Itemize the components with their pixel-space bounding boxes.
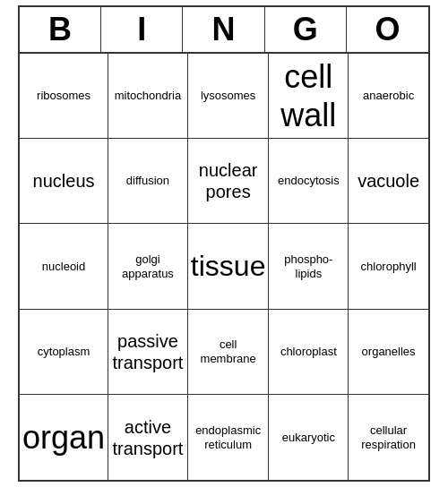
cell-text: cellmembrane [201,337,256,365]
cell-text: endoplasmicreticulum [195,423,261,451]
cell-text: lysosomes [201,89,255,103]
cell-text: nucleus [33,170,95,192]
bingo-cell: nucleus [20,139,108,224]
bingo-cell: activetransport [108,395,188,480]
cell-text: activetransport [112,416,183,459]
bingo-cell: organelles [349,310,428,395]
bingo-cell: cellularrespiration [349,395,428,480]
header-letter: I [101,7,183,52]
bingo-cell: phospho-lipids [269,224,349,309]
header-letter: G [265,7,347,52]
cell-text: cytoplasm [38,345,90,359]
cell-text: nuclearpores [199,159,258,202]
bingo-cell: cellmembrane [188,310,270,395]
cell-text: chlorophyll [361,260,417,274]
header-letter: N [183,7,264,52]
cell-text: ribosomes [37,89,90,103]
cell-text: eukaryotic [282,431,335,445]
bingo-cell: lysosomes [188,54,270,139]
bingo-header: BINGO [20,7,428,54]
bingo-cell: tissue [188,224,270,309]
bingo-cell: chlorophyll [349,224,428,309]
bingo-cell: vacuole [349,139,428,224]
bingo-cell: endoplasmicreticulum [188,395,270,480]
cell-text: golgiapparatus [122,252,174,280]
cell-text: passivetransport [112,330,183,373]
bingo-cell: cellwall [269,54,349,139]
cell-text: tissue [191,249,266,283]
cell-text: vacuole [358,170,419,192]
cell-text: endocytosis [278,174,340,188]
cell-text: anaerobic [363,89,414,103]
bingo-cell: mitochondria [108,54,188,139]
bingo-cell: cytoplasm [20,310,108,395]
cell-text: nucleoid [42,260,85,274]
cell-text: chloroplast [280,345,337,359]
bingo-cell: endocytosis [269,139,349,224]
bingo-cell: golgiapparatus [108,224,188,309]
cell-text: organelles [362,345,416,359]
header-letter: O [347,7,428,52]
bingo-cell: anaerobic [349,54,428,139]
bingo-cell: nucleoid [20,224,108,309]
bingo-cell: chloroplast [269,310,349,395]
cell-text: cellwall [280,57,336,134]
bingo-cell: nuclearpores [188,139,270,224]
bingo-cell: diffusion [108,139,188,224]
bingo-cell: passivetransport [108,310,188,395]
bingo-cell: ribosomes [20,54,108,139]
cell-text: mitochondria [115,89,181,103]
bingo-cell: organ [20,395,108,480]
cell-text: cellularrespiration [361,423,416,451]
bingo-grid: ribosomesmitochondrialysosomescellwallan… [20,54,428,481]
cell-text: phospho-lipids [284,252,332,280]
bingo-cell: eukaryotic [269,395,349,480]
cell-text: diffusion [126,174,169,188]
bingo-card: BINGO ribosomesmitochondrialysosomescell… [18,5,430,483]
cell-text: organ [22,418,105,457]
header-letter: B [20,7,101,52]
